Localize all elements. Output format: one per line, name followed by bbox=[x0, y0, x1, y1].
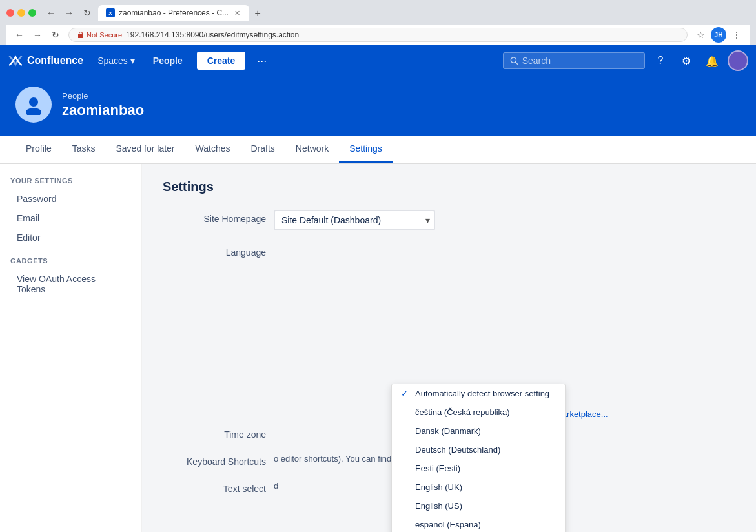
site-homepage-select[interactable]: Site Default (Dashboard) bbox=[274, 210, 435, 230]
tab-bar: X zaomianbao - Preferences - C... ✕ + bbox=[98, 5, 265, 21]
your-settings-label: YOUR SETTINGS bbox=[10, 177, 131, 185]
sidebar-item-email[interactable]: Email bbox=[10, 209, 131, 227]
tab-close-button[interactable]: ✕ bbox=[232, 8, 241, 17]
tabs-bar: Profile Tasks Saved for later Watches Dr… bbox=[0, 136, 756, 164]
not-secure-text: Not Secure bbox=[87, 31, 122, 39]
language-row: Language Automatically detect browser se… bbox=[163, 243, 602, 258]
time-zone-label: Time zone bbox=[163, 425, 266, 440]
main-content: Settings Site Homepage Site Default (Das… bbox=[142, 164, 756, 532]
language-option-cs[interactable]: čeština (Česká republika) bbox=[392, 403, 565, 422]
browser-menu-button[interactable]: ⋮ bbox=[729, 27, 744, 43]
sidebar-item-editor[interactable]: Editor bbox=[10, 229, 131, 247]
site-homepage-label: Site Homepage bbox=[163, 210, 266, 224]
site-homepage-row: Site Homepage Site Default (Dashboard) ▾ bbox=[163, 210, 602, 230]
more-nav-button[interactable]: ··· bbox=[253, 54, 271, 68]
url-field[interactable]: Not Secure 192.168.214.135:8090/users/ed… bbox=[68, 28, 688, 42]
language-option-en-us[interactable]: English (US) bbox=[392, 496, 565, 515]
settings-button[interactable]: ⚙ bbox=[676, 50, 697, 71]
top-nav: Confluence Spaces ▾ People Create ··· ? … bbox=[0, 45, 756, 76]
traffic-lights bbox=[6, 9, 36, 17]
tab-tasks[interactable]: Tasks bbox=[62, 136, 106, 163]
confluence-logo-icon bbox=[8, 53, 23, 68]
people-breadcrumb[interactable]: People bbox=[62, 91, 144, 101]
browser-controls: ← → ↻ X zaomianbao - Preferences - C... … bbox=[6, 5, 750, 21]
keyboard-shortcuts-label: Keyboard Shortcuts bbox=[163, 453, 266, 467]
tab-favicon: X bbox=[106, 8, 115, 17]
user-name: zaomianbao bbox=[62, 102, 144, 119]
site-homepage-control: Site Default (Dashboard) ▾ bbox=[274, 210, 602, 230]
sidebar-item-view-oauth[interactable]: View OAuth Access Tokens bbox=[10, 270, 131, 298]
search-input[interactable] bbox=[522, 56, 638, 66]
close-window-button[interactable] bbox=[6, 9, 14, 17]
language-dropdown[interactable]: Automatically detect browser settingčešt… bbox=[391, 384, 566, 532]
content-area: YOUR SETTINGS Password Email Editor GADG… bbox=[0, 164, 756, 532]
notifications-button[interactable]: 🔔 bbox=[702, 50, 722, 71]
bookmark-button[interactable]: ☆ bbox=[693, 27, 708, 43]
language-option-es[interactable]: español (España) bbox=[392, 515, 565, 532]
tab-title: zaomianbao - Preferences - C... bbox=[119, 8, 229, 17]
search-box[interactable] bbox=[503, 52, 645, 69]
confluence-app: Confluence Spaces ▾ People Create ··· ? … bbox=[0, 45, 756, 532]
addr-forward-button[interactable]: → bbox=[30, 27, 45, 43]
tab-profile[interactable]: Profile bbox=[15, 136, 62, 163]
svg-point-2 bbox=[29, 97, 38, 107]
sidebar: YOUR SETTINGS Password Email Editor GADG… bbox=[0, 164, 142, 532]
svg-point-3 bbox=[26, 108, 41, 115]
active-tab[interactable]: X zaomianbao - Preferences - C... ✕ bbox=[98, 5, 249, 21]
address-nav: ← → ↻ bbox=[12, 27, 63, 43]
reload-button[interactable]: ↻ bbox=[80, 6, 94, 20]
user-info: People zaomianbao bbox=[62, 91, 144, 119]
confluence-logo[interactable]: Confluence bbox=[8, 53, 83, 68]
logo-text: Confluence bbox=[27, 55, 83, 66]
tab-saved-for-later[interactable]: Saved for later bbox=[105, 136, 185, 163]
text-select-hint: d bbox=[274, 481, 278, 491]
language-option-en-gb[interactable]: English (UK) bbox=[392, 478, 565, 496]
user-avatar bbox=[15, 87, 52, 123]
user-avatar-icon bbox=[23, 94, 44, 115]
sidebar-item-password[interactable]: Password bbox=[10, 190, 131, 208]
addr-reload-button[interactable]: ↻ bbox=[48, 27, 63, 43]
url-text: 192.168.214.135:8090/users/editmysetting… bbox=[126, 30, 299, 39]
settings-form: Site Homepage Site Default (Dashboard) ▾… bbox=[163, 210, 602, 494]
not-secure-indicator: Not Secure bbox=[77, 31, 122, 39]
browser-nav: ← → ↻ bbox=[44, 6, 94, 20]
svg-line-1 bbox=[516, 62, 518, 64]
browser-chrome: ← → ↻ X zaomianbao - Preferences - C... … bbox=[0, 0, 756, 45]
addr-back-button[interactable]: ← bbox=[12, 27, 27, 43]
user-menu-button[interactable] bbox=[728, 50, 748, 71]
help-button[interactable]: ? bbox=[650, 50, 671, 71]
text-select-label: Text select bbox=[163, 480, 266, 494]
language-label: Language bbox=[163, 243, 266, 258]
people-label: People bbox=[153, 56, 183, 66]
addr-actions: ☆ JH ⋮ bbox=[693, 27, 744, 43]
create-button[interactable]: Create bbox=[197, 52, 246, 70]
search-icon bbox=[510, 56, 518, 65]
language-option-et[interactable]: Eesti (Eesti) bbox=[392, 459, 565, 478]
language-option-da[interactable]: Dansk (Danmark) bbox=[392, 422, 565, 440]
settings-title: Settings bbox=[163, 179, 735, 194]
tab-network[interactable]: Network bbox=[285, 136, 339, 163]
new-tab-button[interactable]: + bbox=[250, 6, 265, 21]
tab-settings[interactable]: Settings bbox=[339, 136, 393, 163]
spaces-nav-item[interactable]: Spaces ▾ bbox=[91, 45, 141, 76]
people-nav-item[interactable]: People bbox=[147, 45, 189, 76]
tab-drafts[interactable]: Drafts bbox=[241, 136, 285, 163]
language-option-de[interactable]: Deutsch (Deutschland) bbox=[392, 440, 565, 459]
gadgets-label: GADGETS bbox=[10, 257, 131, 265]
back-button[interactable]: ← bbox=[44, 6, 58, 20]
spaces-chevron-icon: ▾ bbox=[130, 56, 135, 66]
minimize-window-button[interactable] bbox=[17, 9, 25, 17]
tab-watches[interactable]: Watches bbox=[185, 136, 241, 163]
language-option-auto[interactable]: Automatically detect browser setting bbox=[392, 384, 565, 403]
spaces-label: Spaces bbox=[97, 56, 128, 66]
address-bar: ← → ↻ Not Secure 192.168.214.135:8090/us… bbox=[6, 25, 750, 45]
forward-button[interactable]: → bbox=[62, 6, 76, 20]
user-header: People zaomianbao bbox=[0, 76, 756, 136]
maximize-window-button[interactable] bbox=[28, 9, 36, 17]
browser-profile-badge[interactable]: JH bbox=[711, 27, 726, 43]
